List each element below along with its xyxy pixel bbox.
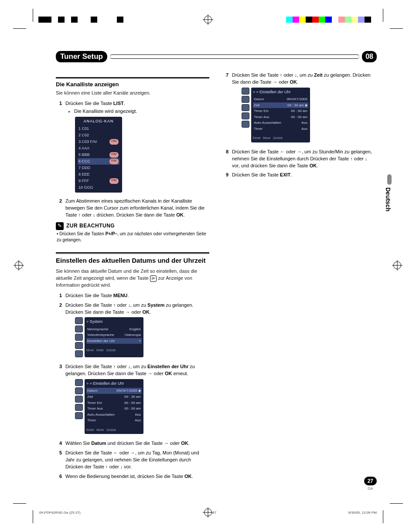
osd-row: Zeit09 : 30 am ◆ (253, 102, 308, 108)
key-label: System (147, 302, 164, 308)
osd-panel: » System MenüspracheEnglishVideotextspra… (85, 317, 143, 357)
osd-sidebar-icons (75, 317, 83, 357)
osd-system: » System MenüspracheEnglishVideotextspra… (75, 317, 209, 357)
key-label: OK (290, 79, 297, 85)
key-label: OK (310, 163, 317, 168)
color-swatch (312, 17, 319, 23)
osd-foot-item: Move (96, 428, 104, 432)
color-swatch (358, 17, 365, 23)
osd-foot-item: Zurück (106, 348, 116, 352)
section-title-kanalliste: Die Kanalliste anzeigen (56, 81, 209, 89)
osd-row: Datum05/OKT/2005 ◆ (86, 388, 142, 394)
osd-kanalliste: ANALOG-KAN 1 C012 C023 C03 FAVFAV4 AAA5 … (75, 117, 122, 193)
side-pill (387, 174, 392, 185)
right-column: 7 Drücken Sie die Taste ↑ oder ↓, um zu … (222, 72, 376, 483)
osd-row: Einstellen der Uhr» (86, 338, 142, 344)
osd-footer: MoveEnterZurück (86, 348, 142, 352)
osd-row: 1 C01 (78, 125, 119, 132)
osd-row: Timer Aus00 : 00 am (86, 406, 142, 412)
osd-foot-item: Zurück (106, 428, 116, 432)
osd-icon (242, 112, 249, 119)
section-subtitle: Sie können das aktuelle Datum und die Ze… (56, 268, 209, 289)
crop-mark (13, 28, 26, 29)
crop-mark (383, 510, 383, 523)
color-swatch (51, 17, 58, 23)
color-swatch (365, 17, 371, 23)
steps-uhrzeit: 1 Drücken Sie die Taste MENU. 2 Drücken … (56, 292, 209, 480)
osd-uhr-2: » » Einstellen der Uhr Datum05/OKT/2005Z… (242, 88, 376, 142)
osd-icon (75, 396, 83, 403)
color-swatch (45, 17, 51, 23)
osd-row: 6 CCCFAV (78, 158, 119, 165)
color-swatch (286, 17, 293, 23)
language-tab: Deutsch (385, 187, 392, 211)
osd-row: 8 EEE (78, 171, 119, 178)
osd-icon (242, 104, 249, 111)
osd-row: 7 DDD (78, 165, 119, 171)
osd-icon (75, 379, 83, 386)
osd-title: » » Einstellen der Uhr (86, 381, 142, 386)
left-column: Die Kanalliste anzeigen Sie können eine … (56, 72, 209, 483)
osd-row: Timer Ein00 : 00 am (86, 400, 142, 406)
osd-row: 2 C02 (78, 132, 119, 139)
page-number: 27 (364, 477, 377, 485)
osd-foot-item: Enter (96, 348, 104, 352)
osd-foot-item: Einstl (86, 428, 94, 432)
osd-row: Auto-AusschaltenAus (253, 120, 308, 126)
osd-title: ANALOG-KAN (78, 119, 119, 124)
color-swatch (117, 17, 123, 23)
note-icon: ✎ (56, 222, 64, 230)
key-label: Einstellen der Uhr (147, 364, 188, 369)
osd-icon (75, 317, 83, 324)
osd-icon (75, 334, 83, 341)
osd-title: » » Einstellen der Uhr (253, 89, 308, 95)
color-swatch (325, 17, 332, 23)
osd-footer: EinstlMoveZurück (253, 136, 308, 140)
color-bar-right (286, 17, 378, 23)
step-text: Drücken Sie die Taste (65, 101, 113, 106)
osd-icon (75, 387, 83, 394)
osd-icon (75, 325, 83, 332)
osd-row: 5 BBBFAV (78, 152, 119, 158)
osd-row: Auto-AusschaltenAus (86, 412, 142, 418)
color-swatch (65, 17, 71, 23)
color-swatch (91, 17, 97, 23)
steps-uhrzeit-cont: 7 Drücken Sie die Taste ↑ oder ↓, um zu … (222, 72, 376, 179)
key-label: Datum (91, 441, 106, 446)
osd-icon (75, 342, 83, 349)
key-label: EXIT (280, 172, 290, 177)
crop-mark (13, 503, 26, 504)
color-swatch (306, 17, 312, 23)
color-swatch (38, 17, 45, 23)
osd-icon (75, 412, 83, 419)
osd-sidebar-icons (242, 88, 249, 142)
osd-row: MenüspracheEnglish (86, 326, 142, 332)
step-5: 5 Drücken Sie die Taste ← oder →, um zu … (56, 450, 209, 471)
section-rule (56, 77, 209, 79)
osd-row: Datum05/OKT/2005 (253, 96, 308, 102)
step-1: 1 Drücken Sie die Taste LIST. Die Kanall… (56, 100, 209, 195)
step-text: Drücken Sie die Taste ← oder →, um zu Ta… (65, 450, 209, 471)
step-bullets: Die Kanalliste wird angezeigt. (65, 108, 209, 115)
osd-icon (242, 121, 249, 128)
osd-foot-item: Move (263, 136, 270, 140)
osd-uhr-1: » » Einstellen der Uhr Datum05/OKT/2005 … (75, 379, 209, 434)
color-swatch (84, 17, 91, 23)
page-lang-code: Ge (364, 486, 377, 491)
osd-row: TimerAus (86, 417, 142, 424)
crop-mark (33, 9, 33, 22)
osd-row: TimerAus (253, 126, 308, 132)
osd-row: Zeit09 : 30 am (86, 394, 142, 400)
osd-icon (242, 96, 249, 103)
key-label: MENU (113, 293, 127, 298)
crop-mark (390, 503, 403, 504)
color-swatch (345, 17, 351, 23)
key-label: LIST (113, 101, 124, 106)
step-3: 3 Drücken Sie die Taste ↑ oder ↓, um zu … (56, 363, 209, 437)
color-swatch (78, 17, 84, 23)
osd-row: Timer Ein00 : 00 am (253, 108, 308, 114)
osd-sidebar-icons (75, 379, 83, 434)
osd-row: 10 GGG (78, 184, 119, 191)
osd-foot-item: Zurück (273, 136, 282, 140)
color-swatch (332, 17, 338, 23)
